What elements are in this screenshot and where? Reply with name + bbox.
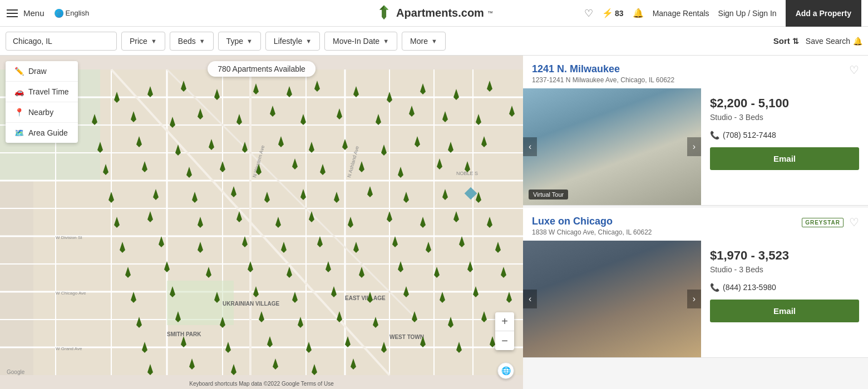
- image-next-button[interactable]: ›: [687, 137, 701, 156]
- listing-phone: 📞 (844) 213-5980: [710, 283, 859, 292]
- listing-image-wrap: ‹ › Virtual Tour: [523, 88, 701, 205]
- listing-beds: Studio - 3 Beds: [710, 265, 859, 274]
- zoom-in-button[interactable]: +: [495, 312, 514, 331]
- listing-title[interactable]: Luxe on Chicago: [532, 216, 652, 227]
- nearby-label: Nearby: [28, 108, 53, 117]
- area-guide-tool[interactable]: 🗺️ Area Guide: [6, 123, 78, 143]
- listing-address: 1237-1241 N Milwaukee Ave, Chicago, IL 6…: [532, 76, 674, 84]
- lifestyle-chevron-icon: ▼: [305, 38, 312, 44]
- sort-button[interactable]: Sort ⇅: [773, 36, 799, 46]
- language-selector[interactable]: 🌐 English: [55, 9, 90, 18]
- menu-label[interactable]: Menu: [23, 8, 45, 18]
- listing-details: $1,970 - 3,523 Studio - 3 Beds 📞 (844) 2…: [701, 241, 868, 357]
- listing-favorite-button[interactable]: ♡: [849, 63, 859, 77]
- type-chevron-icon: ▼: [246, 38, 253, 44]
- map-attribution: Keyboard shortcuts Map data ©2022 Google…: [189, 381, 334, 387]
- guide-icon: 🗺️: [14, 128, 24, 137]
- map-tools: ✏️ Draw 🚗 Travel Time 📍 Nearby 🗺️ Area G…: [6, 61, 78, 143]
- listing-card: 1241 N. Milwaukee 1237-1241 N Milwaukee …: [523, 56, 868, 206]
- add-property-button[interactable]: Add a Property: [786, 0, 861, 27]
- listing-price: $1,970 - 3,523: [710, 248, 859, 263]
- image-next-button[interactable]: ›: [687, 290, 701, 308]
- svg-text:Google: Google: [7, 369, 25, 375]
- movein-label: Move-In Date: [333, 37, 379, 46]
- draw-icon: ✏️: [14, 67, 24, 76]
- svg-text:W Grand Ave: W Grand Ave: [56, 346, 82, 351]
- listing-header: 1241 N. Milwaukee 1237-1241 N Milwaukee …: [523, 56, 868, 88]
- filter-bar-right: Sort ⇅ Save Search 🔔: [773, 36, 862, 46]
- listing-card: Luxe on Chicago 1838 W Chicago Ave, Chic…: [523, 208, 868, 358]
- search-input[interactable]: [6, 32, 117, 51]
- listing-image: [523, 241, 701, 357]
- map-area[interactable]: ✏️ Draw 🚗 Travel Time 📍 Nearby 🗺️ Area G…: [0, 56, 523, 389]
- listing-email-button[interactable]: Email: [710, 300, 859, 322]
- draw-tool[interactable]: ✏️ Draw: [6, 61, 78, 82]
- map-zoom-controls: + −: [495, 312, 514, 350]
- beds-filter-button[interactable]: Beds ▼: [170, 32, 214, 51]
- lifestyle-label: Lifestyle: [274, 37, 302, 46]
- listing-phone: 📞 (708) 512-7448: [710, 131, 859, 139]
- logo-icon: [375, 4, 393, 22]
- svg-rect-5: [0, 181, 33, 375]
- bell-icon: 🔔: [633, 8, 644, 18]
- sort-icon: ⇅: [792, 37, 799, 46]
- hamburger-menu-button[interactable]: [7, 9, 18, 17]
- svg-text:SMITH PARK: SMITH PARK: [167, 331, 201, 337]
- greystar-logo: GREYSTAR: [802, 218, 844, 227]
- notifications-button[interactable]: 🔔: [633, 8, 644, 18]
- lifestyle-filter-button[interactable]: Lifestyle ▼: [265, 32, 320, 51]
- svg-text:W Division St: W Division St: [56, 235, 82, 240]
- car-icon: 🚗: [14, 87, 24, 96]
- image-prev-button[interactable]: ‹: [523, 137, 537, 156]
- phone-icon: 📞: [710, 131, 719, 139]
- listings-panel: 1241 N. Milwaukee 1237-1241 N Milwaukee …: [523, 56, 868, 389]
- virtual-tour-badge: Virtual Tour: [529, 189, 568, 200]
- language-label: English: [66, 9, 90, 17]
- bolt-group: ⚡ 83: [602, 8, 624, 18]
- listing-address: 1838 W Chicago Ave, Chicago, IL 60622: [532, 228, 652, 236]
- site-logo[interactable]: Apartments.com ™: [375, 4, 493, 22]
- listing-favorite-button[interactable]: ♡: [849, 216, 859, 229]
- listing-title[interactable]: 1241 N. Milwaukee: [532, 63, 674, 75]
- listing-details: $2,200 - 5,100 Studio - 3 Beds 📞 (708) 5…: [701, 88, 868, 205]
- travel-time-tool[interactable]: 🚗 Travel Time: [6, 82, 78, 102]
- price-filter-button[interactable]: Price ▼: [121, 32, 165, 51]
- map-count-badge: 780 Apartments Available: [208, 61, 315, 77]
- more-chevron-icon: ▼: [431, 38, 437, 44]
- save-search-bell-icon: 🔔: [853, 37, 862, 46]
- listing-title-group: 1241 N. Milwaukee 1237-1241 N Milwaukee …: [532, 63, 674, 84]
- listing-email-button[interactable]: Email: [710, 147, 859, 170]
- nearby-tool[interactable]: 📍 Nearby: [6, 102, 78, 123]
- listing-header-right: GREYSTAR ♡: [802, 216, 859, 229]
- sort-label: Sort: [773, 36, 790, 46]
- listing-beds: Studio - 3 Beds: [710, 113, 859, 122]
- favorites-button[interactable]: ♡: [584, 7, 593, 19]
- phone-number: (844) 213-5980: [723, 283, 776, 292]
- listing-body: ‹ › $1,970 - 3,523 Studio - 3 Beds 📞 (84…: [523, 241, 868, 357]
- header-left: Menu 🌐 English: [7, 8, 89, 18]
- save-search-button[interactable]: Save Search 🔔: [806, 37, 862, 46]
- more-label: More: [410, 37, 428, 46]
- filter-bar: Price ▼ Beds ▼ Type ▼ Lifestyle ▼ Move-I…: [0, 27, 868, 56]
- phone-number: (708) 512-7448: [723, 131, 776, 139]
- phone-icon: 📞: [710, 283, 719, 292]
- image-prev-button[interactable]: ‹: [523, 290, 537, 308]
- sign-up-in-links[interactable]: Sign Up / Sign In: [718, 9, 777, 18]
- beds-chevron-icon: ▼: [199, 38, 205, 44]
- type-filter-button[interactable]: Type ▼: [218, 32, 261, 51]
- manage-rentals-link[interactable]: Manage Rentals: [653, 9, 709, 18]
- main-layout: ✏️ Draw 🚗 Travel Time 📍 Nearby 🗺️ Area G…: [0, 56, 868, 389]
- price-chevron-icon: ▼: [151, 38, 157, 44]
- hamburger-icon: [7, 9, 18, 17]
- svg-text:UKRAINIAN VILLAGE: UKRAINIAN VILLAGE: [223, 301, 280, 307]
- listing-body: ‹ › Virtual Tour $2,200 - 5,100 Studio -…: [523, 88, 868, 205]
- more-filter-button[interactable]: More ▼: [402, 32, 446, 51]
- movein-filter-button[interactable]: Move-In Date ▼: [324, 32, 397, 51]
- beds-label: Beds: [178, 37, 196, 46]
- save-search-label: Save Search: [806, 37, 850, 46]
- zoom-out-button[interactable]: −: [495, 331, 514, 350]
- svg-text:WEST TOWN: WEST TOWN: [389, 334, 424, 340]
- header: Menu 🌐 English Apartments.com ™ ♡ ⚡ 83 🔔…: [0, 0, 868, 27]
- map-globe-button[interactable]: 🌐: [497, 362, 514, 379]
- area-guide-label: Area Guide: [28, 128, 68, 137]
